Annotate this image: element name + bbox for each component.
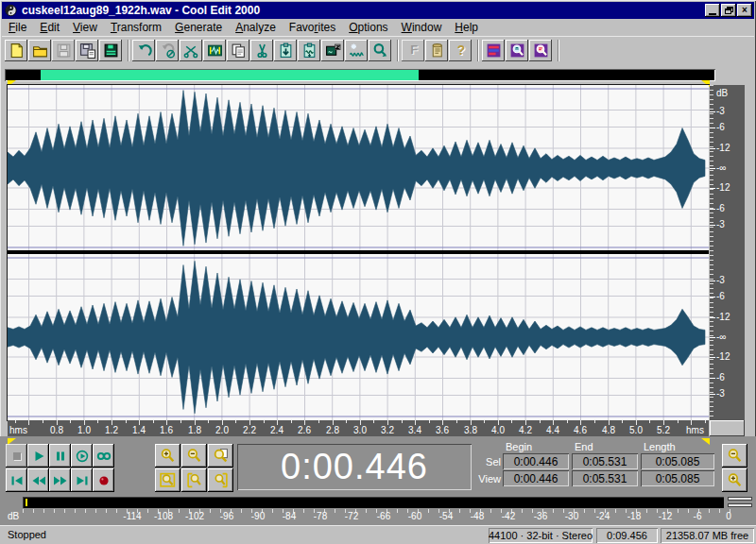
selview-sel-length[interactable]: 0:05.085 — [641, 453, 714, 469]
zoom-sel-left-button[interactable] — [181, 468, 207, 492]
clip-indicator-left[interactable] — [728, 497, 752, 501]
db-label: -6 — [716, 292, 725, 301]
db-label: -∞ — [716, 332, 726, 342]
vertical-zoom-out-button[interactable] — [722, 444, 747, 468]
go-to-end-button[interactable] — [71, 468, 93, 492]
menu-file[interactable]: File — [2, 20, 33, 35]
db-label: -3 — [716, 276, 725, 285]
time-ruler[interactable]: 0.81.01.21.41.61.82.02.22.42.62.83.03.23… — [8, 420, 709, 436]
play-looped-button[interactable] — [71, 444, 93, 468]
close-button[interactable]: × — [737, 4, 752, 17]
selview-sel-begin[interactable]: 0:00.446 — [503, 453, 569, 469]
time-label: 4.2 — [519, 425, 532, 435]
scripts-button[interactable] — [425, 40, 448, 61]
delete-selection-button[interactable] — [180, 40, 202, 61]
meter-db-label: -24 — [596, 511, 610, 521]
stop-button[interactable] — [6, 444, 27, 468]
restore-button[interactable] — [721, 4, 736, 17]
app-icon — [4, 4, 18, 17]
noise-reduction-button[interactable] — [345, 40, 368, 61]
copy-button[interactable] — [227, 40, 249, 61]
selview-view-length[interactable]: 0:05.085 — [641, 470, 714, 486]
menu-edit[interactable]: Edit — [33, 20, 66, 35]
menu-options[interactable]: Options — [342, 20, 394, 35]
zoom-in-button[interactable] — [155, 444, 180, 468]
clip-indicator-right[interactable] — [728, 503, 752, 507]
zoom-to-selection-button[interactable] — [155, 468, 180, 492]
menu-window[interactable]: Window — [395, 20, 449, 35]
cd-player-button[interactable] — [482, 40, 505, 61]
meter-db-label: -108 — [154, 511, 173, 521]
cue-playlist-button[interactable] — [369, 40, 391, 61]
db-tick — [710, 394, 715, 395]
amplitude-ruler[interactable]: dB-3-3-6-6-12-12-∞-3-3-6-6-12-12-∞ — [710, 85, 745, 420]
time-tick — [511, 420, 512, 423]
zoom-out-button[interactable] — [181, 444, 207, 468]
svg-text:F: F — [410, 42, 418, 57]
overview-view-region[interactable] — [41, 70, 419, 80]
selview-view-end[interactable]: 0:05.531 — [572, 470, 638, 486]
amplitude-ruler-ticks — [710, 85, 713, 420]
waveform-display[interactable] — [7, 84, 710, 421]
menu-analyze[interactable]: Analyze — [229, 20, 283, 35]
overview-scroll-track[interactable] — [5, 69, 715, 81]
zoom-full-button[interactable] — [208, 444, 233, 468]
new-file-button[interactable] — [5, 40, 27, 61]
trim-button[interactable] — [203, 40, 226, 61]
vertical-zoom-in-button[interactable] — [722, 468, 747, 492]
menu-view[interactable]: View — [66, 20, 104, 35]
time-display[interactable]: 0:00.446 — [237, 444, 472, 490]
disable-undo-button[interactable] — [156, 40, 179, 61]
toolbar: FF?? — [2, 36, 754, 63]
fast-forward-button[interactable] — [49, 468, 71, 492]
spectral-view-button[interactable] — [506, 40, 528, 61]
record-button[interactable] — [93, 468, 114, 492]
play-to-end-button[interactable] — [93, 444, 114, 468]
waveform-view-button[interactable] — [529, 40, 552, 61]
save-as-button[interactable] — [76, 40, 98, 61]
db-label: -6 — [716, 204, 725, 213]
meter-db-label: -90 — [251, 511, 265, 521]
pause-button[interactable] — [49, 444, 71, 468]
paste-button[interactable] — [274, 40, 297, 61]
go-to-beginning-button[interactable] — [6, 468, 27, 492]
time-tick — [180, 420, 181, 423]
mix-paste-button[interactable] — [298, 40, 320, 61]
time-label: 3.4 — [408, 425, 421, 435]
help-button[interactable]: ?? — [449, 40, 472, 61]
frequency-analysis-button[interactable]: FF — [402, 40, 424, 61]
menu-transform[interactable]: Transform — [104, 20, 168, 35]
level-meter-bar[interactable] — [23, 497, 724, 508]
time-label: 5.2 — [657, 425, 670, 435]
menu-help[interactable]: Help — [448, 20, 485, 35]
db-tick — [710, 168, 715, 169]
convert-sample-type-button[interactable] — [321, 40, 344, 61]
rewind-button[interactable] — [27, 468, 49, 492]
meter-db-label: -102 — [185, 511, 204, 521]
db-label: -12 — [716, 183, 730, 193]
selview-sel-end[interactable]: 0:05.531 — [572, 453, 638, 469]
cut-button[interactable] — [250, 40, 273, 61]
meter-db-label: -114 — [123, 511, 141, 521]
time-label: 1.4 — [132, 425, 146, 435]
minimize-button[interactable] — [705, 4, 720, 17]
time-tick — [373, 420, 374, 423]
save-button[interactable] — [52, 40, 75, 61]
play-button[interactable] — [27, 444, 49, 468]
meter-db-label: -60 — [408, 511, 421, 521]
undo-button[interactable] — [132, 40, 155, 61]
time-tick — [484, 420, 485, 423]
menu-favorites[interactable]: Favorites — [283, 20, 342, 35]
time-label: 1.8 — [188, 425, 201, 435]
open-file-button[interactable] — [28, 40, 51, 61]
menu-generate[interactable]: Generate — [168, 20, 229, 35]
time-label: 1.6 — [160, 425, 173, 435]
selview-view-begin[interactable]: 0:00.446 — [503, 470, 569, 486]
zoom-sel-right-button[interactable] — [208, 468, 233, 492]
meter-db-label: 0 — [726, 511, 731, 521]
toolbar-group — [132, 40, 398, 61]
cd-extract-button[interactable] — [99, 40, 122, 61]
time-label: 3.2 — [381, 425, 394, 435]
meter-db-label: -72 — [345, 511, 358, 521]
window-title: cuskeel12aug89_1922h.wav - Cool Edit 200… — [22, 4, 704, 17]
